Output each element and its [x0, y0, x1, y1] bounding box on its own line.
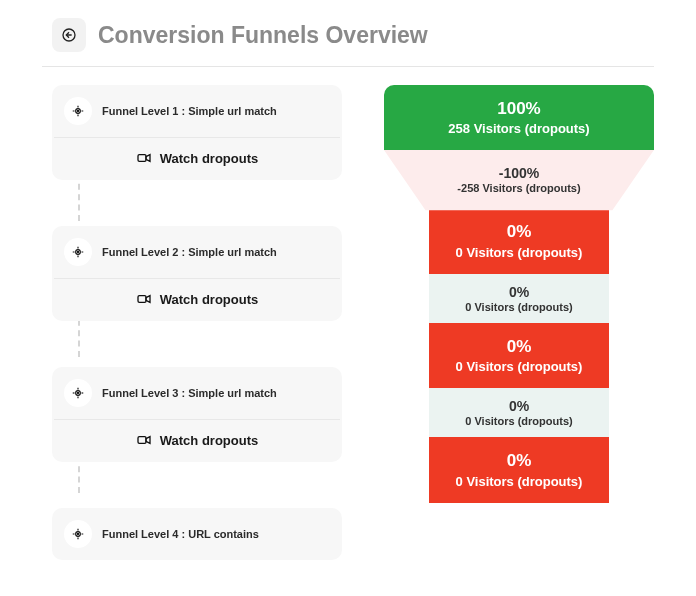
level-icon-wrap: [64, 520, 92, 548]
action-label: Watch dropouts: [160, 151, 258, 166]
level-label: Funnel Level 1 : Simple url match: [102, 105, 277, 117]
gap-percent: 0%: [429, 398, 609, 414]
funnel-level-card: Funnel Level 3 : Simple url match Watch …: [52, 367, 342, 462]
target-icon: [71, 527, 85, 541]
arrow-left-circle-icon: [61, 27, 77, 43]
gap-subtext: 0 Visitors (dropouts): [429, 415, 609, 427]
watch-dropouts-button[interactable]: Watch dropouts: [52, 420, 342, 462]
action-label: Watch dropouts: [160, 433, 258, 448]
level-header: Funnel Level 1 : Simple url match: [52, 85, 342, 137]
funnel-level-card: Funnel Level 1 : Simple url match Watch …: [52, 85, 342, 180]
action-label: Watch dropouts: [160, 292, 258, 307]
gap-percent: 0%: [429, 284, 609, 300]
funnel-gap-block: 0% 0 Visitors (dropouts): [429, 274, 609, 323]
level-icon-wrap: [64, 379, 92, 407]
dropoff-text: -100% -258 Visitors (dropouts): [384, 150, 654, 208]
level-header: Funnel Level 3 : Simple url match: [52, 367, 342, 419]
content-area: Funnel Level 1 : Simple url match Watch …: [0, 67, 696, 560]
level-label: Funnel Level 2 : Simple url match: [102, 246, 277, 258]
level-label: Funnel Level 3 : Simple url match: [102, 387, 277, 399]
svg-rect-8: [138, 155, 146, 162]
level-header: Funnel Level 4 : URL contains: [52, 508, 342, 560]
funnel-gap-block: 0% 0 Visitors (dropouts): [429, 388, 609, 437]
svg-point-11: [77, 251, 78, 252]
svg-point-19: [77, 392, 78, 393]
svg-point-3: [77, 110, 78, 111]
funnel-dropoff-block: -100% -258 Visitors (dropouts): [384, 150, 654, 208]
page-title: Conversion Funnels Overview: [98, 22, 428, 49]
video-icon: [136, 150, 152, 166]
funnel-stage-block: 0% 0 Visitors (dropouts): [429, 323, 609, 388]
stage-subtext: 258 Visitors (dropouts): [384, 121, 654, 136]
target-icon: [71, 386, 85, 400]
funnel-level-card: Funnel Level 4 : URL contains: [52, 508, 342, 560]
svg-point-27: [77, 533, 78, 534]
stage-percent: 0%: [429, 451, 609, 471]
stage-percent: 100%: [384, 99, 654, 119]
level-label: Funnel Level 4 : URL contains: [102, 528, 259, 540]
dropoff-subtext: -258 Visitors (dropouts): [457, 182, 580, 194]
level-icon-wrap: [64, 238, 92, 266]
dropoff-percent: -100%: [499, 165, 539, 181]
levels-column: Funnel Level 1 : Simple url match Watch …: [52, 85, 342, 560]
page-header: Conversion Funnels Overview: [0, 0, 696, 66]
svg-marker-25: [146, 437, 150, 444]
svg-rect-16: [138, 296, 146, 303]
watch-dropouts-button[interactable]: Watch dropouts: [52, 138, 342, 180]
stage-subtext: 0 Visitors (dropouts): [429, 474, 609, 489]
funnel-stage-block: 100% 258 Visitors (dropouts): [384, 85, 654, 150]
stage-subtext: 0 Visitors (dropouts): [429, 359, 609, 374]
video-icon: [136, 291, 152, 307]
target-icon: [71, 245, 85, 259]
funnel-stage-block: 0% 0 Visitors (dropouts): [429, 208, 609, 273]
funnel-level-card: Funnel Level 2 : Simple url match Watch …: [52, 226, 342, 321]
video-icon: [136, 432, 152, 448]
svg-marker-17: [146, 296, 150, 303]
stage-percent: 0%: [429, 222, 609, 242]
funnel-column: 100% 258 Visitors (dropouts) -100% -258 …: [384, 85, 654, 560]
level-header: Funnel Level 2 : Simple url match: [52, 226, 342, 278]
funnel-stage-block: 0% 0 Visitors (dropouts): [429, 437, 609, 502]
svg-rect-24: [138, 437, 146, 444]
level-icon-wrap: [64, 97, 92, 125]
target-icon: [71, 104, 85, 118]
stage-subtext: 0 Visitors (dropouts): [429, 245, 609, 260]
back-button[interactable]: [52, 18, 86, 52]
gap-subtext: 0 Visitors (dropouts): [429, 301, 609, 313]
watch-dropouts-button[interactable]: Watch dropouts: [52, 279, 342, 321]
stage-percent: 0%: [429, 337, 609, 357]
svg-marker-9: [146, 155, 150, 162]
